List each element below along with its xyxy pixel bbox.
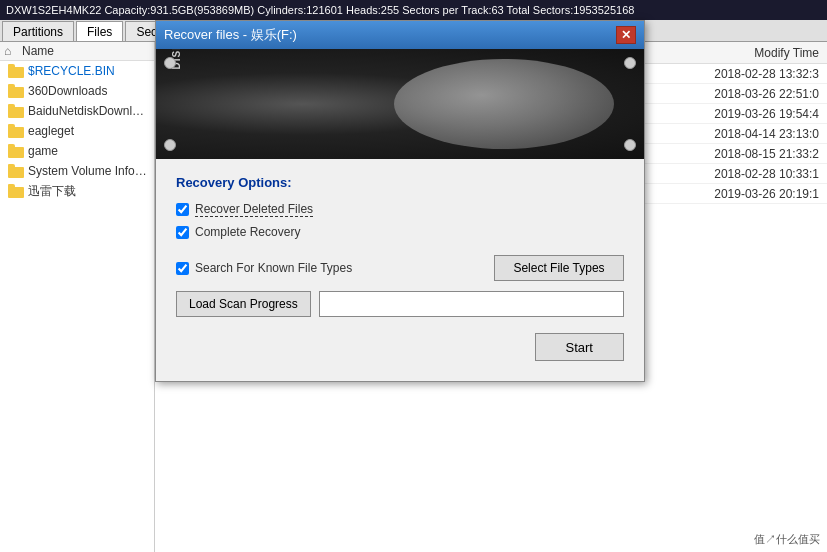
disk-screw-icon <box>164 139 176 151</box>
folder-icon <box>8 184 24 198</box>
folder-icon <box>8 164 24 178</box>
dialog-actions: Start <box>176 333 624 361</box>
dialog-close-button[interactable]: ✕ <box>616 26 636 44</box>
recovery-options-title: Recovery Options: <box>176 175 624 190</box>
sidebar-item-360downloads[interactable]: 360Downloads <box>0 81 154 101</box>
sidebar-item-baidu[interactable]: BaiduNetdiskDownload... <box>0 101 154 121</box>
folder-icon <box>8 104 24 118</box>
name-column-header: ⌂ Name <box>0 42 154 61</box>
complete-recovery-row: Complete Recovery <box>176 225 624 239</box>
disk-info-text: DXW1S2EH4MK22 Capacity:931.5GB(953869MB)… <box>6 4 634 16</box>
start-button[interactable]: Start <box>535 333 624 361</box>
dialog-disk-image: DISK GENIUS <box>156 49 644 159</box>
folder-icon <box>8 144 24 158</box>
select-file-types-button[interactable]: Select File Types <box>494 255 624 281</box>
tab-files[interactable]: Files <box>76 21 123 41</box>
complete-recovery-label: Complete Recovery <box>195 225 300 239</box>
recover-deleted-files-label: Recover Deleted Files <box>195 202 313 217</box>
sidebar-item-eagleget[interactable]: eagleget <box>0 121 154 141</box>
disk-screw-icon <box>164 57 176 69</box>
dialog-body: Recovery Options: Recover Deleted Files … <box>156 159 644 381</box>
scan-progress-input[interactable] <box>319 291 624 317</box>
file-tree-sidebar: ⌂ Name $RECYCLE.BIN 360Downloads BaiduNe… <box>0 42 155 552</box>
dialog-title: Recover files - 娱乐(F:) <box>164 26 297 44</box>
disk-screw-icon <box>624 57 636 69</box>
dialog-titlebar: Recover files - 娱乐(F:) ✕ <box>156 21 644 49</box>
file-types-row: Search For Known File Types Select File … <box>176 255 624 281</box>
search-known-file-types-checkbox[interactable] <box>176 262 189 275</box>
home-icon: ⌂ <box>4 44 18 58</box>
scan-progress-row: Load Scan Progress <box>176 291 624 317</box>
sidebar-item-game[interactable]: game <box>0 141 154 161</box>
recover-files-dialog: Recover files - 娱乐(F:) ✕ DISK GENIUS Rec… <box>155 20 645 382</box>
load-scan-progress-button[interactable]: Load Scan Progress <box>176 291 311 317</box>
tab-partitions[interactable]: Partitions <box>2 21 74 41</box>
folder-icon <box>8 64 24 78</box>
disk-platter-visual <box>394 59 614 149</box>
sidebar-item-xunlei[interactable]: 迅雷下载 <box>0 181 154 201</box>
top-info-bar: DXW1S2EH4MK22 Capacity:931.5GB(953869MB)… <box>0 0 827 20</box>
disk-screw-icon <box>624 139 636 151</box>
recover-deleted-files-checkbox[interactable] <box>176 203 189 216</box>
sidebar-item-system-volume[interactable]: System Volume Inform... <box>0 161 154 181</box>
watermark: 值↗什么值买 <box>751 531 823 548</box>
folder-icon <box>8 84 24 98</box>
search-known-file-types-label: Search For Known File Types <box>195 261 494 275</box>
complete-recovery-checkbox[interactable] <box>176 226 189 239</box>
folder-icon <box>8 124 24 138</box>
recover-deleted-files-row: Recover Deleted Files <box>176 202 624 217</box>
sidebar-item-recycle-bin[interactable]: $RECYCLE.BIN <box>0 61 154 81</box>
